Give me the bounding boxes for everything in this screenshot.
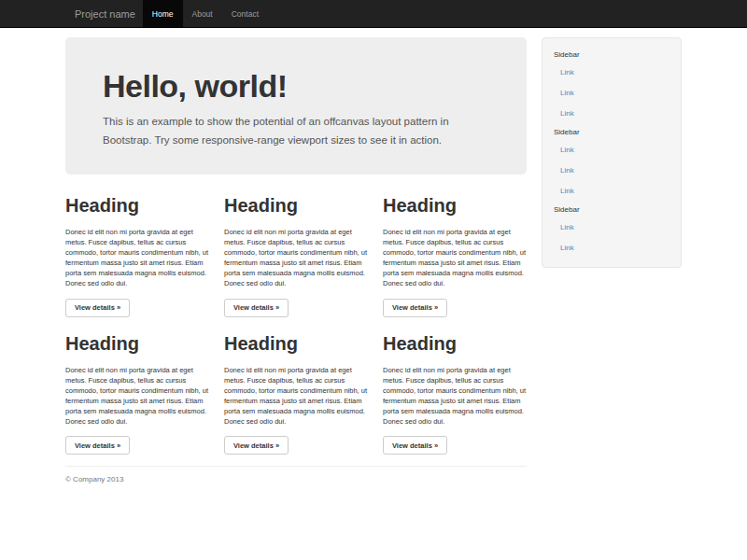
sidebar-link[interactable]: Link	[552, 217, 671, 237]
card: Heading Donec id elit non mi porta gravi…	[65, 333, 209, 455]
sidebar-link[interactable]: Link	[552, 103, 671, 123]
card-heading: Heading	[224, 195, 368, 216]
sidebar-link[interactable]: Link	[552, 237, 671, 258]
jumbotron-description: This is an example to show the potential…	[103, 112, 465, 149]
view-details-button[interactable]: View details »	[224, 299, 289, 317]
card-heading: Heading	[65, 333, 209, 354]
nav-item-home[interactable]: Home	[143, 0, 183, 28]
card-body-text: Donec id elit non mi porta gravida at eg…	[383, 365, 527, 427]
view-details-button[interactable]: View details »	[383, 299, 447, 317]
page-footer: © Company 2013	[65, 466, 527, 483]
top-navbar: Project name Home About Contact	[0, 0, 747, 28]
card-heading: Heading	[224, 333, 368, 354]
sidebar-link[interactable]: Link	[552, 62, 671, 82]
copyright-text: © Company 2013	[65, 475, 527, 483]
card-body-text: Donec id elit non mi porta gravida at eg…	[65, 227, 209, 288]
sidebar-group: Sidebar Link Link Link	[552, 46, 671, 123]
cards-row-2: Heading Donec id elit non mi porta gravi…	[65, 333, 527, 455]
sidebar-group: Sidebar Link Link Link	[552, 123, 671, 201]
page-title: Hello, world!	[103, 67, 489, 105]
sidebar-group-title: Sidebar	[552, 123, 671, 139]
nav-item-about[interactable]: About	[183, 0, 222, 28]
view-details-button[interactable]: View details »	[65, 299, 130, 317]
view-details-button[interactable]: View details »	[224, 436, 289, 455]
navbar-menu: Home About Contact	[143, 0, 268, 28]
cards-row-1: Heading Donec id elit non mi porta gravi…	[65, 195, 527, 317]
view-details-button[interactable]: View details »	[65, 436, 130, 455]
sidebar-link[interactable]: Link	[552, 139, 671, 160]
card: Heading Donec id elit non mi porta gravi…	[383, 333, 527, 455]
card-heading: Heading	[65, 195, 209, 216]
sidebar-group-title: Sidebar	[552, 46, 671, 62]
sidebar-link[interactable]: Link	[552, 82, 671, 103]
card-heading: Heading	[383, 195, 527, 216]
card-body-text: Donec id elit non mi porta gravida at eg…	[65, 365, 209, 427]
main-column: Hello, world! This is an example to show…	[65, 28, 527, 483]
view-details-button[interactable]: View details »	[383, 436, 447, 455]
content-row: Hello, world! This is an example to show…	[65, 28, 682, 483]
card-body-text: Donec id elit non mi porta gravida at eg…	[224, 365, 368, 427]
card: Heading Donec id elit non mi porta gravi…	[65, 195, 209, 317]
card: Heading Donec id elit non mi porta gravi…	[383, 195, 527, 317]
offcanvas-sidebar: Sidebar Link Link Link Sidebar Link Link…	[542, 37, 682, 268]
card-body-text: Donec id elit non mi porta gravida at eg…	[224, 227, 368, 288]
sidebar-link[interactable]: Link	[552, 160, 671, 180]
sidebar-group-title: Sidebar	[552, 201, 671, 217]
card: Heading Donec id elit non mi porta gravi…	[224, 333, 368, 455]
brand-link[interactable]: Project name	[75, 0, 135, 28]
sidebar-group: Sidebar Link Link	[552, 201, 671, 258]
nav-item-contact[interactable]: Contact	[222, 0, 268, 28]
card: Heading Donec id elit non mi porta gravi…	[224, 195, 368, 317]
sidebar-link[interactable]: Link	[552, 180, 671, 201]
jumbotron: Hello, world! This is an example to show…	[65, 37, 527, 175]
navbar-container: Project name Home About Contact	[65, 0, 682, 28]
page-container: Hello, world! This is an example to show…	[65, 28, 682, 483]
card-body-text: Donec id elit non mi porta gravida at eg…	[383, 227, 527, 288]
card-heading: Heading	[383, 333, 527, 354]
